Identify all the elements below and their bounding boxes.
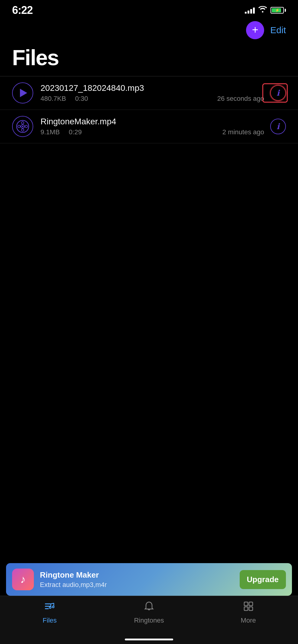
play-triangle-icon	[20, 89, 27, 97]
info-icon: ℹ	[277, 122, 280, 131]
info-button[interactable]: ℹ	[270, 119, 286, 134]
file-meta: 9.1MB 0:29 2 minutes ago	[40, 128, 264, 136]
info-button-highlighted-wrapper: ℹ	[264, 85, 286, 101]
file-timestamp: 2 minutes ago	[222, 128, 264, 136]
status-bar: 6:22 ⚡	[0, 0, 298, 18]
svg-point-4	[18, 125, 20, 128]
home-indicator	[125, 639, 173, 640]
status-time: 6:22	[12, 4, 33, 17]
file-name: 20230127_182024840.mp3	[40, 83, 264, 93]
add-button[interactable]: +	[246, 21, 264, 39]
table-row[interactable]: RingtoneMaker.mp4 9.1MB 0:29 2 minutes a…	[0, 110, 298, 143]
file-info: RingtoneMaker.mp4 9.1MB 0:29 2 minutes a…	[40, 117, 264, 136]
tab-ringtones[interactable]: Ringtones	[99, 601, 199, 624]
ad-app-icon: ♪	[12, 569, 34, 590]
status-icons: ⚡	[245, 6, 286, 14]
bell-icon	[144, 601, 154, 614]
svg-point-6	[22, 126, 24, 127]
ad-subtitle: Extract audio,mp3,m4r	[40, 581, 234, 589]
tab-more[interactable]: More	[199, 601, 298, 624]
ad-app-icon-symbol: ♪	[20, 573, 26, 586]
signal-icon	[245, 7, 255, 14]
file-meta: 480.7KB 0:30 26 seconds ago	[40, 95, 264, 103]
video-reel-icon	[12, 116, 33, 137]
audio-play-icon	[12, 82, 33, 104]
svg-rect-12	[244, 602, 248, 606]
svg-point-2	[21, 122, 24, 124]
file-size: 480.7KB	[40, 95, 66, 103]
tab-more-label: More	[241, 617, 256, 624]
svg-point-11	[52, 606, 54, 608]
wifi-icon	[258, 6, 267, 14]
upgrade-button[interactable]: Upgrade	[240, 570, 286, 589]
ad-banner[interactable]: ♪ Ringtone Maker Extract audio,mp3,m4r U…	[6, 563, 292, 596]
svg-rect-13	[249, 602, 253, 606]
grid-icon	[243, 601, 254, 614]
svg-point-5	[25, 125, 28, 128]
file-timestamp: 26 seconds ago	[217, 95, 264, 103]
battery-icon: ⚡	[270, 7, 286, 14]
edit-button[interactable]: Edit	[270, 25, 286, 35]
svg-rect-14	[244, 607, 248, 611]
file-name: RingtoneMaker.mp4	[40, 117, 264, 126]
file-duration: 0:30	[75, 95, 88, 103]
file-list: 20230127_182024840.mp3 480.7KB 0:30 26 s…	[0, 76, 298, 143]
table-row[interactable]: 20230127_182024840.mp3 480.7KB 0:30 26 s…	[0, 76, 298, 110]
svg-rect-15	[249, 607, 253, 611]
svg-point-10	[49, 607, 51, 608]
tab-files-label: Files	[43, 617, 57, 624]
info-icon: ℹ	[277, 88, 280, 98]
tab-ringtones-label: Ringtones	[134, 617, 164, 624]
info-button[interactable]: ℹ	[270, 85, 286, 101]
header-actions: + Edit	[0, 18, 298, 42]
file-info: 20230127_182024840.mp3 480.7KB 0:30 26 s…	[40, 83, 264, 103]
page-title: Files	[12, 45, 286, 70]
files-icon	[44, 601, 55, 614]
bottom-nav: Files Ringtones More	[0, 596, 298, 644]
file-size: 9.1MB	[40, 128, 60, 136]
add-icon: +	[252, 24, 258, 35]
page-title-section: Files	[0, 42, 298, 76]
ad-text: Ringtone Maker Extract audio,mp3,m4r	[40, 570, 234, 589]
ad-title: Ringtone Maker	[40, 570, 234, 580]
tab-files[interactable]: Files	[0, 601, 99, 624]
file-duration: 0:29	[69, 128, 82, 136]
svg-point-3	[21, 129, 24, 131]
